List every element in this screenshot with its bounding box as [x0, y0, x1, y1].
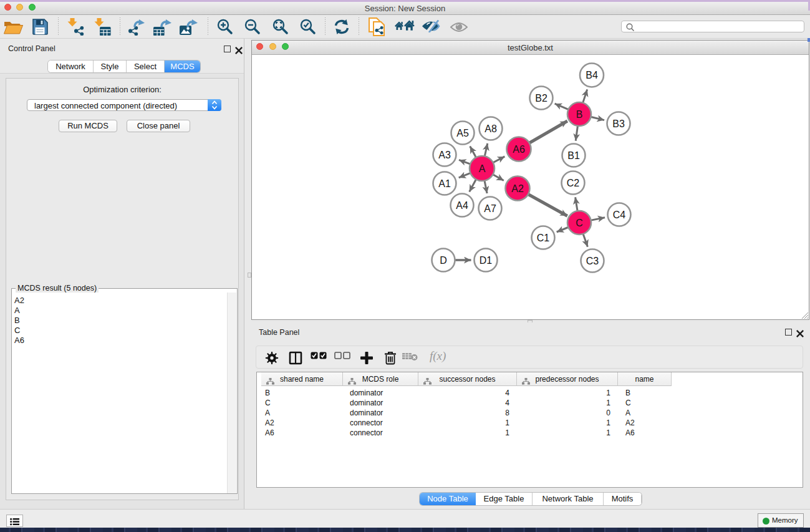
svg-text:B4: B4	[586, 70, 598, 80]
svg-text:C2: C2	[567, 178, 580, 188]
svg-text:B2: B2	[535, 93, 547, 104]
svg-text:A6: A6	[513, 144, 525, 155]
svg-text:C1: C1	[537, 233, 550, 243]
svg-text:D1: D1	[480, 255, 493, 266]
svg-text:D: D	[440, 255, 447, 266]
svg-text:A5: A5	[456, 128, 469, 138]
svg-text:A1: A1	[438, 178, 451, 189]
svg-text:B3: B3	[612, 118, 625, 129]
svg-text:C: C	[576, 218, 583, 228]
svg-text:A: A	[479, 163, 486, 174]
svg-text:A2: A2	[511, 183, 524, 194]
svg-text:B: B	[576, 109, 583, 120]
svg-text:A7: A7	[484, 203, 496, 214]
svg-text:C3: C3	[586, 256, 599, 266]
svg-text:B1: B1	[567, 150, 580, 161]
svg-text:A8: A8	[485, 123, 497, 134]
svg-text:C4: C4	[613, 210, 626, 220]
svg-text:A4: A4	[456, 200, 468, 211]
svg-text:A3: A3	[438, 150, 451, 160]
